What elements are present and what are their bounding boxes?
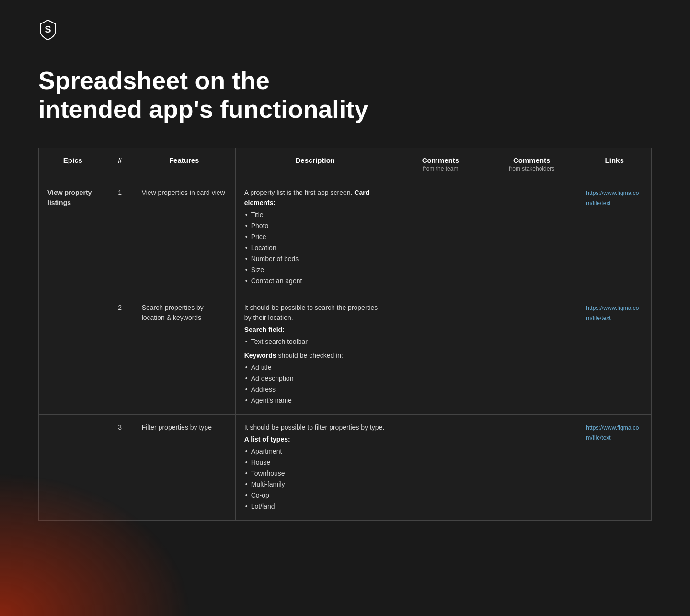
row2-epics [39, 295, 107, 414]
header-epics: Epics [39, 148, 107, 180]
header-number: # [107, 148, 133, 180]
row3-comments-stake [486, 414, 577, 520]
row2-comments-stake [486, 295, 577, 414]
spreadsheet-table: Epics # Features Description Comments fr… [38, 148, 652, 521]
row1-number: 1 [107, 180, 133, 295]
table-row: 3 Filter properties by type It should be… [39, 414, 652, 520]
row3-number: 3 [107, 414, 133, 520]
row1-link[interactable]: https://www.figma.com/file/text [577, 180, 652, 295]
row3-epics [39, 414, 107, 520]
row1-comments-stake [486, 180, 577, 295]
row2-comments-team [395, 295, 486, 414]
row1-comments-team [395, 180, 486, 295]
logo: S [38, 19, 652, 43]
table-row: View property listings 1 View properties… [39, 180, 652, 295]
header-comments-stake: Comments from stakeholders [486, 148, 577, 180]
page-title: Spreadsheet on the intended app's functi… [38, 67, 374, 124]
table-row: 2 Search properties by location & keywor… [39, 295, 652, 414]
row2-link[interactable]: https://www.figma.com/file/text [577, 295, 652, 414]
row2-number: 2 [107, 295, 133, 414]
header-links: Links [577, 148, 652, 180]
row2-description: It should be possible to search the prop… [235, 295, 395, 414]
header-features: Features [133, 148, 235, 180]
svg-text:S: S [45, 24, 51, 34]
row1-description: A property list is the first app screen.… [235, 180, 395, 295]
row1-epics: View property listings [39, 180, 107, 295]
row1-features: View properties in card view [133, 180, 235, 295]
header-description: Description [235, 148, 395, 180]
row3-description: It should be possible to filter properti… [235, 414, 395, 520]
row3-comments-team [395, 414, 486, 520]
header-comments-team: Comments from the team [395, 148, 486, 180]
row3-link[interactable]: https://www.figma.com/file/text [577, 414, 652, 520]
row2-features: Search properties by location & keywords [133, 295, 235, 414]
row3-features: Filter properties by type [133, 414, 235, 520]
